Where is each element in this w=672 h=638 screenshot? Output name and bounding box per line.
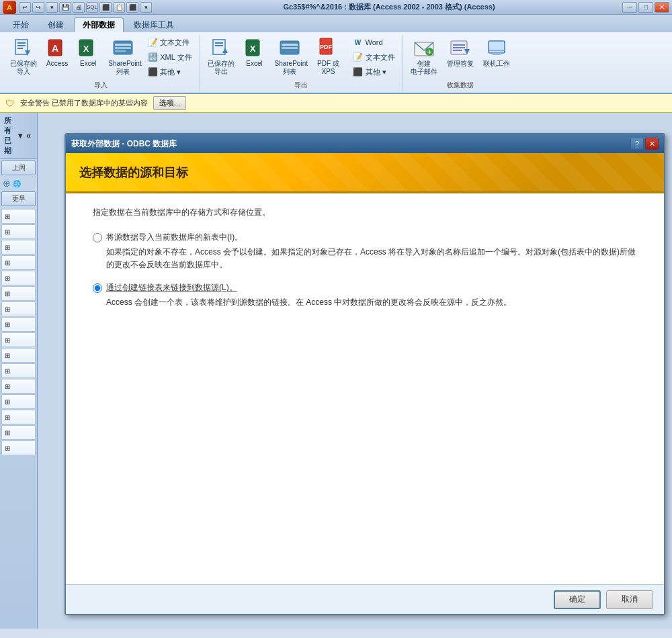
- table-icon: ⊞: [5, 290, 10, 298]
- security-options-btn[interactable]: 选项...: [153, 96, 186, 110]
- svg-rect-0: [15, 40, 28, 54]
- undo-btn[interactable]: ↩: [19, 2, 31, 13]
- saved-import-label: 已保存的导入: [10, 60, 37, 76]
- nav-panel-header: 所有已期 ▾ «: [0, 113, 37, 159]
- saved-export-btn[interactable]: 已保存的导出: [204, 35, 238, 78]
- table-row[interactable]: ⊞: [1, 363, 36, 378]
- link-option-row: 通过创建链接表来链接到数据源(L)。: [93, 282, 637, 293]
- nav-last-week-btn[interactable]: 上周: [1, 161, 36, 175]
- table-row[interactable]: ⊞: [1, 302, 36, 316]
- table-row[interactable]: ⊞: [1, 209, 36, 224]
- saved-import-btn[interactable]: 已保存的导入: [7, 35, 40, 78]
- pdf-export-btn[interactable]: PDF PDF 或 XPS: [310, 35, 347, 78]
- link-radio[interactable]: [93, 283, 102, 293]
- create-email-icon: +: [413, 37, 435, 58]
- table-row[interactable]: ⊞: [1, 224, 36, 239]
- excel-import-icon: X: [77, 37, 99, 58]
- xml-import-btn[interactable]: 🔣 XML 文件: [144, 50, 195, 64]
- tb1-btn[interactable]: ⬛: [99, 2, 112, 13]
- excel-export-label: Excel: [246, 60, 262, 68]
- dialog-close-btn[interactable]: ✕: [645, 138, 659, 150]
- print-btn[interactable]: 🖨: [73, 2, 85, 13]
- table-row[interactable]: ⊞: [1, 379, 36, 394]
- link-option-desc: Access 会创建一个表，该表将维护到源数据的链接。在 Access 中对数据…: [106, 296, 637, 309]
- dialog-title-bar: 获取外部数据 - ODBC 数据库 ? ✕: [66, 134, 664, 153]
- table-row[interactable]: ⊞: [1, 271, 36, 285]
- pdf-export-icon: PDF: [318, 37, 339, 58]
- nav-panel-collapse-btn[interactable]: «: [24, 131, 33, 140]
- table-icon: ⊞: [5, 244, 10, 251]
- close-window-btn[interactable]: ✕: [655, 2, 669, 13]
- excel-export-btn[interactable]: X Excel: [241, 35, 269, 70]
- excel-import-btn[interactable]: X Excel: [74, 35, 102, 70]
- import-radio[interactable]: [93, 233, 102, 242]
- sharepoint-import-icon: [112, 37, 134, 58]
- online-work-btn[interactable]: 联机工作: [480, 35, 513, 70]
- tb4-btn[interactable]: ▾: [140, 2, 152, 13]
- export-group-label: 导出: [204, 81, 398, 90]
- table-icon: ⊞: [5, 336, 10, 344]
- access-import-label: Access: [46, 60, 68, 68]
- tab-database-tools[interactable]: 数据库工具: [125, 17, 183, 32]
- table-icon: ⊞: [5, 367, 10, 375]
- ribbon-tabs: 开始 创建 外部数据 数据库工具: [0, 15, 672, 32]
- import-radio-label[interactable]: 将源数据导入当前数据库的新表中(I)。: [106, 232, 243, 243]
- dropdown-btn[interactable]: ▾: [46, 2, 58, 13]
- tab-create[interactable]: 创建: [39, 17, 73, 32]
- table-icon: ⊞: [5, 414, 10, 421]
- word-export-btn[interactable]: W Word: [349, 35, 398, 50]
- text-file-import-label: 文本文件: [160, 38, 190, 48]
- table-row[interactable]: ⊞: [1, 441, 36, 455]
- text-file-export-label: 文本文件: [366, 52, 395, 62]
- text-file-import-btn[interactable]: 📝 文本文件: [144, 35, 195, 50]
- table-row[interactable]: ⊞: [1, 255, 36, 270]
- table-row[interactable]: ⊞: [1, 410, 36, 424]
- access-import-btn[interactable]: A Access: [43, 35, 71, 70]
- link-radio-label[interactable]: 通过创建链接表来链接到数据源(L)。: [106, 282, 237, 293]
- xml-import-icon: 🔣: [147, 52, 158, 62]
- tab-start[interactable]: 开始: [4, 17, 38, 32]
- sharepoint-export-btn[interactable]: SharePoint列表: [271, 35, 308, 78]
- table-icon: ⊞: [5, 228, 10, 236]
- sharepoint-import-btn[interactable]: SharePoint列表: [105, 35, 141, 78]
- svg-text:X: X: [83, 44, 89, 54]
- manage-replies-btn[interactable]: 管理答复: [444, 35, 477, 70]
- table-icon: ⊞: [5, 213, 10, 220]
- svg-rect-32: [489, 41, 505, 53]
- redo-btn[interactable]: ↪: [32, 2, 44, 13]
- tb3-btn[interactable]: ⬛: [126, 2, 138, 13]
- table-row[interactable]: ⊞: [1, 425, 36, 440]
- table-icon: ⊞: [5, 275, 10, 282]
- table-row[interactable]: ⊞: [1, 286, 36, 301]
- nav-earlier-btn[interactable]: 更早: [1, 191, 36, 206]
- minimize-btn[interactable]: ─: [622, 2, 637, 13]
- text-file-export-btn[interactable]: 📝 文本文件: [349, 50, 398, 64]
- tab-external-data[interactable]: 外部数据: [74, 17, 124, 32]
- table-row[interactable]: ⊞: [1, 240, 36, 255]
- online-work-icon: [486, 37, 507, 58]
- app-logo: A: [3, 1, 16, 14]
- other-import-label: 其他 ▾: [160, 67, 181, 77]
- add-new-icon[interactable]: ⊕: [3, 178, 11, 189]
- save-btn[interactable]: 💾: [59, 2, 71, 13]
- manage-replies-label: 管理答复: [447, 60, 474, 68]
- table-row[interactable]: ⊞: [1, 317, 36, 332]
- restore-btn[interactable]: □: [638, 2, 653, 13]
- table-row[interactable]: ⊞: [1, 332, 36, 347]
- nav-panel-dropdown-btn[interactable]: ▾: [16, 131, 24, 140]
- table-row[interactable]: ⊞: [1, 348, 36, 363]
- saved-import-icon: [13, 37, 34, 58]
- svg-rect-2: [17, 45, 26, 46]
- confirm-btn[interactable]: 确定: [554, 590, 601, 609]
- table-row[interactable]: ⊞: [1, 394, 36, 409]
- dialog-help-btn[interactable]: ?: [630, 138, 644, 150]
- other-import-btn[interactable]: ⬛ 其他 ▾: [144, 64, 195, 79]
- sql-btn[interactable]: SQL: [86, 2, 98, 13]
- create-email-btn[interactable]: + 创建电子邮件: [407, 35, 441, 78]
- other-export-icon: ⬛: [353, 66, 364, 77]
- tb2-btn[interactable]: 📋: [113, 2, 125, 13]
- other-export-label: 其他 ▾: [366, 67, 386, 77]
- cancel-btn[interactable]: 取消: [606, 590, 653, 609]
- svg-rect-12: [115, 50, 126, 52]
- other-export-btn[interactable]: ⬛ 其他 ▾: [349, 64, 398, 79]
